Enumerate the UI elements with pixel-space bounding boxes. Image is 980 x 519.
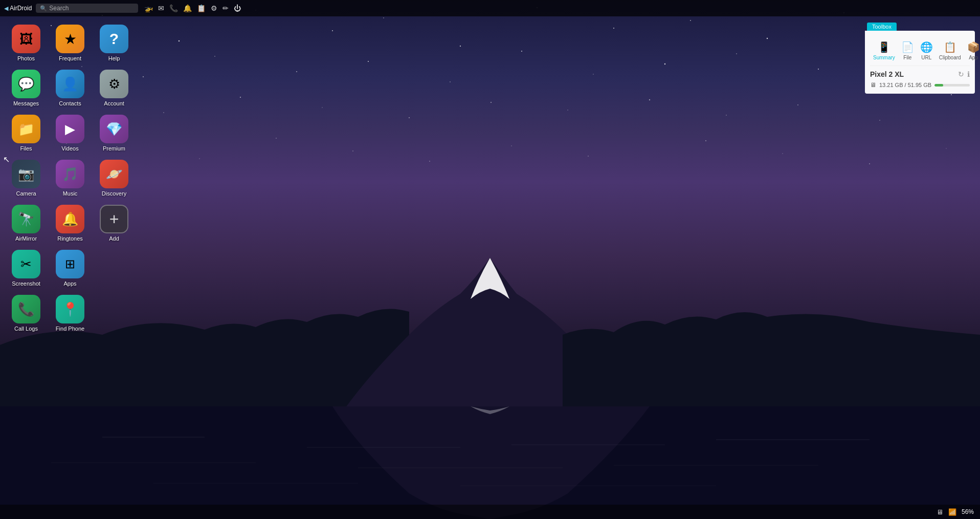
toolbox-app-btn[interactable]: 📦 App — [964, 39, 980, 62]
videos-label: Videos — [61, 145, 78, 152]
toolbox-file-btn[interactable]: 📄 File — [898, 39, 917, 62]
toolbox-tab[interactable]: Toolbox — [867, 23, 897, 31]
svg-point-23 — [818, 69, 819, 70]
app-row-6: ✂ Screenshot ⊞ Apps — [5, 247, 135, 290]
add-label: Add — [109, 235, 119, 242]
app-help[interactable]: ? Help — [93, 21, 135, 64]
search-input[interactable] — [49, 5, 126, 12]
app-photos[interactable]: 🖼 Photos — [5, 21, 47, 64]
photos-label: Photos — [17, 55, 35, 61]
app-findphone[interactable]: 📍 Find Phone — [49, 292, 91, 335]
notification-icon[interactable]: 🔔 — [183, 4, 192, 12]
camera-label: Camera — [16, 190, 36, 197]
svg-point-18 — [450, 81, 451, 82]
svg-point-30 — [409, 117, 410, 118]
app-contacts[interactable]: 👤 Contacts — [49, 67, 91, 110]
app-calllogs[interactable]: 📞 Call Logs — [5, 292, 47, 335]
airmirror-icon: 🔭 — [12, 205, 40, 233]
app-discovery[interactable]: 🪐 Discovery — [93, 157, 135, 200]
svg-point-44 — [588, 156, 589, 157]
svg-point-36 — [879, 120, 880, 121]
svg-point-48 — [946, 148, 946, 148]
apps-icon: ⊞ — [56, 250, 84, 278]
svg-point-14 — [143, 76, 144, 77]
svg-point-10 — [767, 38, 768, 39]
contacts-icon: 👤 — [56, 70, 84, 98]
calllogs-icon: 📞 — [12, 295, 40, 323]
monitor-icon: 🖥 — [937, 508, 943, 516]
info-btn[interactable]: ℹ — [967, 70, 970, 78]
clipboard-tb-icon: 📋 — [944, 41, 956, 53]
drone-icon[interactable]: 🚁 — [144, 4, 153, 12]
toolbox-tab-label: Toolbox — [872, 24, 892, 30]
ringtones-label: Ringtones — [57, 235, 83, 242]
app-files[interactable]: 📁 Files — [5, 112, 47, 155]
refresh-btn[interactable]: ↻ — [958, 70, 964, 78]
airdroid-title: AirDroid — [10, 5, 32, 12]
svg-point-46 — [782, 153, 783, 154]
app-airmirror[interactable]: 🔭 AirMirror — [5, 202, 47, 245]
app-messages[interactable]: 💬 Messages — [5, 67, 47, 110]
toolbox-summary-btn[interactable]: 📱 Summary — [870, 39, 898, 62]
app-screenshot[interactable]: ✂ Screenshot — [5, 247, 47, 290]
power-icon[interactable]: ⏻ — [234, 4, 241, 12]
water-reflection — [0, 406, 980, 519]
app-row-4: 📷 Camera 🎵 Music 🪐 Discovery — [5, 157, 135, 200]
storage-icon: 🖥 — [870, 81, 876, 89]
music-icon: 🎵 — [56, 160, 84, 188]
svg-point-8 — [613, 28, 614, 29]
files-icon: 📁 — [12, 115, 40, 143]
app-grid: 🖼 Photos ★ Frequent ? Help 💬 Messages 👤 … — [5, 21, 135, 335]
svg-point-9 — [690, 20, 691, 21]
settings-icon[interactable]: ⚙ — [211, 4, 217, 12]
premium-icon: 💎 — [100, 115, 128, 143]
edit-icon[interactable]: ✏ — [222, 4, 229, 12]
svg-point-42 — [429, 161, 430, 162]
app-tb-label: App — [969, 55, 978, 60]
topbar-icons: 🚁 ✉ 📞 🔔 📋 ⚙ ✏ ⏻ — [144, 4, 241, 12]
app-account[interactable]: ⚙ Account — [93, 67, 135, 110]
url-icon: 🌐 — [920, 41, 933, 53]
storage-row: 🖥 13.21 GB / 51.95 GB — [870, 81, 970, 89]
app-row-5: 🔭 AirMirror 🔔 Ringtones + Add — [5, 202, 135, 245]
storage-bar-fill — [934, 84, 943, 86]
toolbox-url-btn[interactable]: 🌐 URL — [917, 39, 936, 62]
app-frequent[interactable]: ★ Frequent — [49, 21, 91, 64]
svg-point-17 — [368, 61, 369, 62]
toolbox-inner: 📱 Summary 📄 File 🌐 URL 📋 Clipboard 📦 App… — [865, 31, 975, 94]
svg-point-39 — [199, 158, 199, 159]
music-label: Music — [63, 190, 78, 197]
frequent-label: Frequent — [59, 55, 81, 61]
messages-icon: 💬 — [12, 70, 40, 98]
app-premium[interactable]: 💎 Premium — [93, 112, 135, 155]
app-add[interactable]: + Add — [93, 202, 135, 245]
mountain-silhouette — [0, 232, 980, 427]
discovery-label: Discovery — [102, 190, 126, 197]
clipboard-icon[interactable]: 📋 — [197, 4, 206, 12]
svg-point-34 — [726, 115, 726, 115]
app-tb-icon: 📦 — [967, 41, 980, 53]
videos-icon: ▶ — [56, 115, 84, 143]
app-apps[interactable]: ⊞ Apps — [49, 247, 91, 290]
photos-icon: 🖼 — [12, 25, 40, 53]
app-videos[interactable]: ▶ Videos — [49, 112, 91, 155]
search-bar[interactable]: 🔍 — [36, 4, 138, 13]
toolbox-clipboard-btn[interactable]: 📋 Clipboard — [936, 39, 964, 62]
svg-point-45 — [705, 140, 706, 141]
premium-label: Premium — [103, 145, 125, 152]
app-camera[interactable]: 📷 Camera — [5, 157, 47, 200]
phone-icon[interactable]: 📞 — [169, 4, 178, 12]
findphone-label: Find Phone — [56, 326, 84, 332]
email-icon[interactable]: ✉ — [158, 4, 164, 12]
add-icon: + — [100, 205, 128, 233]
device-header: Pixel 2 XL ↻ ℹ — [870, 70, 970, 78]
app-music[interactable]: 🎵 Music — [49, 157, 91, 200]
statusbar: 🖥 📶 56% — [0, 505, 980, 519]
app-row-1: 🖼 Photos ★ Frequent ? Help — [5, 21, 135, 64]
airdroid-brand: ◀ AirDroid — [4, 5, 32, 12]
url-label: URL — [921, 55, 931, 60]
app-ringtones[interactable]: 🔔 Ringtones — [49, 202, 91, 245]
svg-point-43 — [511, 145, 511, 146]
svg-point-32 — [567, 110, 568, 111]
help-icon: ? — [100, 25, 128, 53]
